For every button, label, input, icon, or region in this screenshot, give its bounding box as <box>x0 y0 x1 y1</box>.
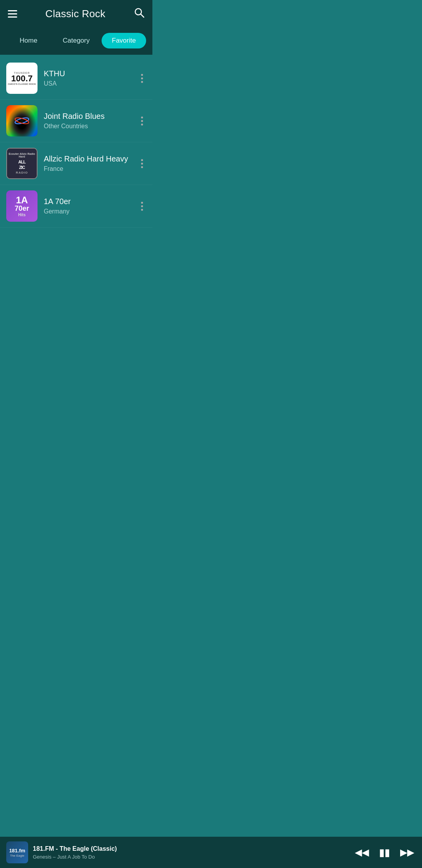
svg-line-1 <box>141 14 144 17</box>
search-button[interactable] <box>134 7 145 20</box>
station-info-kthu: KTHU USA <box>44 69 132 87</box>
station-name: Allzic Radio Hard Heavy <box>44 154 132 163</box>
list-item[interactable]: Joint Radio Blues Other Countries <box>0 100 152 142</box>
station-more-button[interactable] <box>138 200 146 212</box>
tab-category[interactable]: Category <box>54 33 98 48</box>
menu-button[interactable] <box>8 10 17 18</box>
tab-home[interactable]: Home <box>6 33 51 48</box>
station-list: THUNDER 100.7 CHICO'S CLASSIC ROCK KTHU … <box>0 55 152 230</box>
station-info-joint: Joint Radio Blues Other Countries <box>44 112 132 130</box>
header: Classic Rock <box>0 0 152 27</box>
station-more-button[interactable] <box>138 115 146 127</box>
station-name: Joint Radio Blues <box>44 112 132 121</box>
svg-point-4 <box>20 119 24 123</box>
station-more-button[interactable] <box>138 158 146 170</box>
station-logo-1a70er: 1A 70er Hits <box>6 190 38 222</box>
station-country: France <box>44 165 132 172</box>
list-item[interactable]: 1A 70er Hits 1A 70er Germany <box>0 185 152 228</box>
tab-favorite[interactable]: Favorite <box>102 33 146 48</box>
nav-tabs: Home Category Favorite <box>0 27 152 55</box>
station-country: USA <box>44 80 132 87</box>
station-name: KTHU <box>44 69 132 78</box>
station-logo-kthu: THUNDER 100.7 CHICO'S CLASSIC ROCK <box>6 63 38 94</box>
list-item[interactable]: Ecouter Allzic Radio Hard ALL ZIC RADIO … <box>0 142 152 185</box>
station-name: 1A 70er <box>44 197 132 206</box>
logo-1a-text: 1A <box>16 195 28 205</box>
station-country: Germany <box>44 208 132 215</box>
station-logo-allzic: Ecouter Allzic Radio Hard ALL ZIC RADIO <box>6 148 38 179</box>
logo-70er-text: 70er <box>14 205 29 212</box>
station-more-button[interactable] <box>138 72 146 84</box>
station-info-1a70er: 1A 70er Germany <box>44 197 132 215</box>
logo-hits-text: Hits <box>18 213 26 217</box>
station-info-allzic: Allzic Radio Hard Heavy France <box>44 154 132 172</box>
station-country: Other Countries <box>44 123 132 130</box>
page-title: Classic Rock <box>45 8 106 20</box>
list-item[interactable]: THUNDER 100.7 CHICO'S CLASSIC ROCK KTHU … <box>0 57 152 100</box>
station-logo-joint <box>6 105 38 136</box>
